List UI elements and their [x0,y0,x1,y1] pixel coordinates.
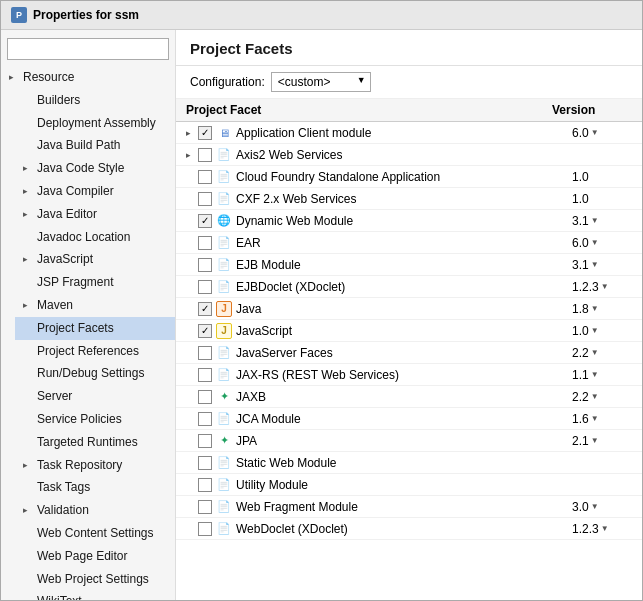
table-row[interactable]: 📄WebDoclet (XDoclet)1.2.3 ▼ [176,518,642,540]
sidebar-item-java-compiler[interactable]: ▸Java Compiler [15,180,175,203]
facet-name: CXF 2.x Web Services [236,192,572,206]
sidebar-item-server[interactable]: Server [15,385,175,408]
table-row[interactable]: 📄Cloud Foundry Standalone Application1.0 [176,166,642,188]
sidebar-item-project-references[interactable]: Project References [15,340,175,363]
facet-version[interactable]: 1.2.3 ▼ [572,280,632,294]
table-row[interactable]: 📄Web Fragment Module3.0 ▼ [176,496,642,518]
table-row[interactable]: ✦JPA2.1 ▼ [176,430,642,452]
facet-checkbox[interactable] [198,258,212,272]
facet-checkbox[interactable] [198,434,212,448]
facet-checkbox[interactable] [198,368,212,382]
version-dropdown-arrow-icon: ▼ [591,304,599,313]
sidebar-item-javascript[interactable]: ▸JavaScript [15,248,175,271]
sidebar-item-task-tags[interactable]: Task Tags [15,476,175,499]
sidebar-items: ▸ResourceBuildersDeployment AssemblyJava… [1,66,175,600]
sidebar-item-java-code-style[interactable]: ▸Java Code Style [15,157,175,180]
table-row[interactable]: ✓🌐Dynamic Web Module3.1 ▼← [176,210,642,232]
sidebar-item-jsp-fragment[interactable]: JSP Fragment [15,271,175,294]
table-row[interactable]: 📄EJB Module3.1 ▼ [176,254,642,276]
sidebar-item-service-policies[interactable]: Service Policies [15,408,175,431]
sidebar-item-project-facets[interactable]: Project Facets [15,317,175,340]
sidebar-item-web-project-settings[interactable]: Web Project Settings [15,568,175,591]
table-row[interactable]: ✓JJavaScript1.0 ▼ [176,320,642,342]
table-row[interactable]: 📄EJBDoclet (XDoclet)1.2.3 ▼ [176,276,642,298]
facet-checkbox[interactable] [198,280,212,294]
web-icon: 🌐 [216,213,232,229]
facet-version[interactable]: 2.2 ▼ [572,390,632,404]
facet-checkbox[interactable]: ✓ [198,126,212,140]
table-row[interactable]: 📄JAX-RS (REST Web Services)1.1 ▼ [176,364,642,386]
table-row[interactable]: 📄JavaServer Faces2.2 ▼ [176,342,642,364]
facet-version[interactable]: 3.0 ▼ [572,500,632,514]
sidebar-item-builders[interactable]: Builders [15,89,175,112]
facet-checkbox[interactable] [198,500,212,514]
facet-checkbox[interactable] [198,236,212,250]
jpa-icon: ✦ [216,433,232,449]
window-icon: P [11,7,27,23]
version-text: 1.1 [572,368,589,382]
facets-rows: ▸✓🖥Application Client module6.0 ▼▸📄Axis2… [176,122,642,540]
table-row[interactable]: ▸✓🖥Application Client module6.0 ▼ [176,122,642,144]
facet-checkbox[interactable] [198,390,212,404]
table-row[interactable]: 📄Utility Module [176,474,642,496]
sidebar-item-label: Web Page Editor [37,548,128,565]
table-row[interactable]: 📄JCA Module1.6 ▼ [176,408,642,430]
sidebar-item-maven[interactable]: ▸Maven [15,294,175,317]
facet-version[interactable]: 1.2.3 ▼ [572,522,632,536]
facet-version[interactable]: 2.1 ▼ [572,434,632,448]
facet-checkbox[interactable] [198,522,212,536]
sidebar-item-validation[interactable]: ▸Validation [15,499,175,522]
version-dropdown-arrow-icon: ▼ [591,392,599,401]
sidebar-item-deployment-assembly[interactable]: Deployment Assembly [15,112,175,135]
sidebar-item-resource[interactable]: ▸Resource [1,66,175,89]
facet-version[interactable]: 6.0 ▼ [572,236,632,250]
table-row[interactable]: ✓JJava1.8 ▼ [176,298,642,320]
sidebar-item-label: Web Content Settings [37,525,154,542]
sidebar-item-web-page-editor[interactable]: Web Page Editor [15,545,175,568]
facet-checkbox[interactable] [198,478,212,492]
facet-version[interactable]: 1.0 ▼ [572,324,632,338]
expand-arrow-icon: ▸ [23,208,33,221]
sidebar-item-label: Java Compiler [37,183,114,200]
sidebar-item-label: Web Project Settings [37,571,149,588]
facet-version[interactable]: 6.0 ▼ [572,126,632,140]
table-row[interactable]: 📄Static Web Module [176,452,642,474]
facet-checkbox[interactable]: ✓ [198,324,212,338]
sidebar-item-java-build-path[interactable]: Java Build Path [15,134,175,157]
facet-name: Cloud Foundry Standalone Application [236,170,572,184]
sidebar-item-web-content-settings[interactable]: Web Content Settings [15,522,175,545]
table-row[interactable]: 📄EAR6.0 ▼ [176,232,642,254]
facet-checkbox[interactable] [198,456,212,470]
sidebar-item-targeted-runtimes[interactable]: Targeted Runtimes [15,431,175,454]
table-row[interactable]: ▸📄Axis2 Web Services [176,144,642,166]
facet-checkbox[interactable] [198,346,212,360]
facet-version[interactable]: 1.1 ▼ [572,368,632,382]
facet-name: Axis2 Web Services [236,148,572,162]
doc-icon: 📄 [216,279,232,295]
table-row[interactable]: 📄CXF 2.x Web Services1.0 [176,188,642,210]
facet-checkbox[interactable]: ✓ [198,302,212,316]
sidebar-item-javadoc-location[interactable]: Javadoc Location [15,226,175,249]
facet-name: JPA [236,434,572,448]
doc-icon: 📄 [216,367,232,383]
table-row[interactable]: ✦JAXB2.2 ▼ [176,386,642,408]
facet-version[interactable]: 2.2 ▼ [572,346,632,360]
facet-version[interactable]: 1.8 ▼ [572,302,632,316]
facet-checkbox[interactable] [198,412,212,426]
facet-checkbox[interactable]: ✓ [198,214,212,228]
config-dropdown[interactable]: <custom> ▼ [271,72,371,92]
facet-version[interactable]: 3.1 ▼ [572,214,632,228]
facet-name: Static Web Module [236,456,572,470]
title-bar: P Properties for ssm [1,1,642,30]
facet-checkbox[interactable] [198,148,212,162]
sidebar-item-wikitext[interactable]: WikiText [15,590,175,600]
sidebar-item-task-repository[interactable]: ▸Task Repository [15,454,175,477]
sidebar-item-run-debug-settings[interactable]: Run/Debug Settings [15,362,175,385]
facet-checkbox[interactable] [198,192,212,206]
row-expand-icon: ▸ [186,150,198,160]
facet-version[interactable]: 3.1 ▼ [572,258,632,272]
search-input[interactable] [7,38,169,60]
facet-version[interactable]: 1.6 ▼ [572,412,632,426]
facet-checkbox[interactable] [198,170,212,184]
sidebar-item-java-editor[interactable]: ▸Java Editor [15,203,175,226]
